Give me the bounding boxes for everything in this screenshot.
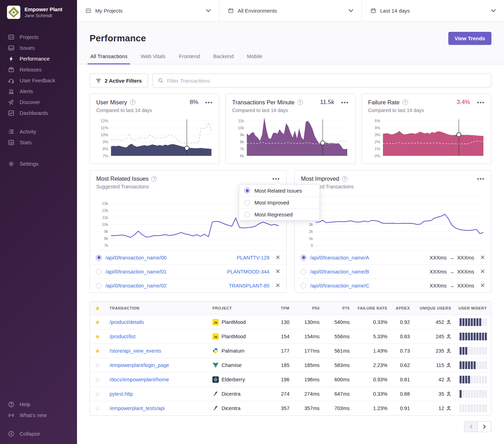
radio-icon[interactable] (301, 283, 306, 289)
menu-option-most-related-issues[interactable]: Most Related Issues (239, 185, 320, 196)
column-header[interactable]: P75 (320, 306, 350, 310)
issue-link[interactable]: PLANTTV-128 (237, 255, 270, 261)
transaction-link[interactable]: /api/0/transaction_name/02 (105, 283, 167, 289)
menu-option-most-regressed[interactable]: Most Regressed (239, 208, 320, 220)
card-menu-button[interactable]: ••• (272, 176, 280, 181)
table-row: ☆pytest.httpDicentra274274ms647ms0.33%0.… (90, 387, 491, 401)
vue-platform-icon (212, 362, 219, 368)
project-cell[interactable]: Dicentra (212, 391, 268, 397)
search-box (153, 74, 491, 88)
project-cell[interactable]: JSPlantMood (212, 333, 268, 340)
star-icon[interactable]: ☆ (95, 405, 110, 411)
star-icon[interactable]: ★ (95, 319, 110, 325)
transaction-link[interactable]: /api/0/transaction_name/01 (105, 269, 167, 275)
issue-link[interactable]: PLANTMOOD-344 (227, 269, 270, 275)
close-icon[interactable]: ✕ (480, 255, 485, 261)
column-header[interactable]: USER MISERY (451, 306, 487, 310)
radio-icon[interactable] (301, 269, 306, 275)
chevron-down-icon (349, 9, 353, 12)
sidebar-item-user-feedback[interactable]: User Feedback (0, 75, 77, 86)
close-icon[interactable]: ✕ (275, 269, 280, 275)
transaction-link[interactable]: /api/0/transaction_name/B (310, 269, 369, 275)
card-menu-button[interactable]: ••• (341, 100, 349, 105)
sidebar-item-projects[interactable]: Projects (0, 32, 77, 42)
transaction-link[interactable]: /api/0/transaction_name/A (310, 255, 369, 261)
column-header[interactable]: UNIQUE USERS (410, 306, 451, 310)
project-cell[interactable]: Elderberry (212, 376, 268, 383)
radio-icon[interactable] (244, 200, 250, 206)
star-icon[interactable]: ☆ (95, 377, 110, 383)
card-menu-button[interactable]: ••• (477, 176, 485, 181)
transaction-link[interactable]: /product/list (110, 334, 212, 339)
star-icon[interactable]: ★ (95, 334, 110, 340)
org-brand[interactable]: Empower Plant Jane Schmidt (0, 6, 77, 19)
star-icon[interactable]: ☆ (95, 362, 110, 368)
transaction-link[interactable]: /product/details (110, 319, 212, 325)
close-icon[interactable]: ✕ (480, 283, 485, 289)
close-icon[interactable]: ✕ (275, 283, 280, 289)
radio-icon[interactable] (301, 255, 306, 261)
project-cell[interactable]: Chamise (212, 362, 268, 368)
tab-mobile[interactable]: Mobile (246, 53, 263, 64)
tab-web-vitals[interactable]: Web Vitals (140, 53, 166, 64)
tab-all-transactions[interactable]: All Transactions (90, 53, 128, 64)
star-column-header-icon: ★ (95, 305, 110, 311)
column-header[interactable]: FAILURE RATE (350, 306, 387, 310)
project-cell[interactable]: Palmatum (212, 348, 268, 354)
filter-panel-dropdown[interactable]: My Projects (77, 0, 219, 21)
transaction-link[interactable]: /empowerplant_tests/api (110, 405, 212, 411)
transaction-link[interactable]: /docs/empowerplant/home (110, 377, 212, 382)
radio-icon[interactable] (244, 188, 250, 193)
search-input[interactable] (167, 78, 486, 84)
transaction-link[interactable]: /api/0/transaction_name/00 (105, 255, 167, 261)
radio-icon[interactable] (96, 269, 102, 275)
filter-window-dropdown[interactable]: All Environments (219, 0, 362, 21)
sidebar-item-issues[interactable]: Issues (0, 42, 77, 53)
column-header[interactable]: TPM (268, 306, 289, 310)
radio-icon[interactable] (244, 212, 250, 217)
help-circle-icon[interactable]: ? (298, 99, 303, 105)
sidebar-item-whats-new[interactable]: What’s new (0, 410, 77, 421)
project-cell[interactable]: JSPlantMood (212, 319, 268, 325)
tab-frontend[interactable]: Frontend (178, 53, 201, 64)
column-header[interactable]: PROJECT (212, 306, 268, 310)
transaction-link[interactable]: /store/api_view_events (110, 348, 212, 354)
transaction-link[interactable]: /empowerplant/login_page (110, 362, 212, 368)
close-icon[interactable]: ✕ (480, 269, 485, 275)
sidebar-item-alerts[interactable]: Alerts (0, 86, 77, 97)
sidebar-item-dashboards[interactable]: Dashboards (0, 107, 77, 118)
sidebar-item-activity[interactable]: Activity (0, 126, 77, 137)
column-header[interactable]: TRANSACTION (110, 306, 212, 310)
radio-icon[interactable] (96, 283, 102, 289)
help-circle-icon[interactable]: ? (342, 176, 348, 182)
close-icon[interactable]: ✕ (275, 255, 280, 261)
column-header[interactable]: P50 (289, 306, 320, 310)
issue-link[interactable]: TRANSPLANT-85 (229, 283, 270, 289)
menu-option-most-improved[interactable]: Most Improved (239, 196, 320, 208)
tab-backend[interactable]: Backend (212, 53, 234, 64)
star-icon[interactable]: ☆ (95, 391, 110, 397)
active-filters-button[interactable]: 2 Active Filters (90, 74, 148, 88)
card-menu-button[interactable]: ••• (205, 100, 213, 105)
sidebar-item-collapse[interactable]: Collapse (0, 428, 77, 439)
view-trends-button[interactable]: View Trends (448, 32, 491, 45)
help-circle-icon[interactable]: ? (130, 99, 135, 105)
next-page-button[interactable] (478, 421, 491, 432)
column-header[interactable]: APDEX (387, 306, 410, 310)
sidebar-item-performance[interactable]: Performance (0, 53, 77, 64)
sidebar-item-help[interactable]: Help (0, 399, 77, 410)
transaction-link[interactable]: /api/0/transaction_name/C (310, 283, 369, 289)
project-cell[interactable]: Dicentra (212, 405, 268, 411)
help-circle-icon[interactable]: ? (151, 176, 157, 182)
radio-icon[interactable] (96, 255, 102, 261)
card-menu-button[interactable]: ••• (477, 100, 485, 105)
transaction-link[interactable]: pytest.http (110, 391, 212, 397)
sidebar-item-settings[interactable]: Settings (0, 158, 77, 169)
sidebar-item-stats[interactable]: Stats (0, 137, 77, 148)
star-icon[interactable]: ★ (95, 348, 110, 354)
sidebar-item-discover[interactable]: Discover (0, 97, 77, 107)
filter-calendar-dropdown[interactable]: Last 14 days (362, 0, 504, 21)
sidebar-item-releases[interactable]: Releases (0, 64, 77, 75)
help-circle-icon[interactable]: ? (402, 99, 408, 105)
previous-page-button[interactable] (464, 421, 478, 432)
